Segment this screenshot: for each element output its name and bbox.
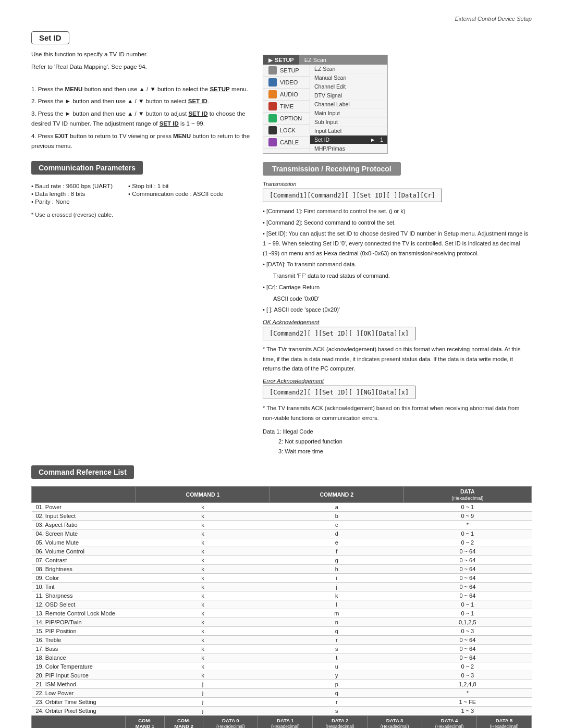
cmd-data: 0 ~ 1 xyxy=(403,600,531,609)
cmd-cmd1: k xyxy=(136,636,270,645)
cmd-name: 05. Volume Mute xyxy=(32,538,136,547)
cmd-table-lower-header: COM-MAND 1 COM-MAND 2 DATA 0(Hexadecimal… xyxy=(32,716,532,728)
cmd-data: 0 ~ 64 xyxy=(403,645,531,653)
cmd-cmd1: k xyxy=(136,609,270,618)
cmd-cmd1: k xyxy=(136,503,270,512)
header-title: External Control Device Setup xyxy=(455,16,532,22)
cmd-cmd1: k xyxy=(136,618,270,627)
page-header: External Control Device Setup xyxy=(31,16,532,22)
setup-icon xyxy=(268,66,277,75)
cmd-name: 10. Tint xyxy=(32,583,136,591)
table-row: 11. Sharpness k k 0 ~ 64 xyxy=(32,591,532,600)
cable-icon xyxy=(268,138,277,146)
time-icon xyxy=(268,102,277,110)
table-row: 17. Bass k s 0 ~ 64 xyxy=(32,645,532,653)
main-right-col: ▶ SETUP EZ Scan SETUP VIDEO xyxy=(263,50,532,456)
setup-tab-setup: ▶ SETUP xyxy=(263,55,299,65)
table-row: 12. OSD Select k l 0 ~ 1 xyxy=(32,600,532,609)
cmd-name: 01. Power xyxy=(32,503,136,512)
set-id-intro: Use this function to specify a TV ID num… xyxy=(31,50,250,152)
lock-icon xyxy=(268,126,277,134)
cmd-cmd1: k xyxy=(136,600,270,609)
lth-cmd1: COM-MAND 1 xyxy=(126,716,165,728)
table-row: 15. PIP Position k q 0 ~ 3 xyxy=(32,627,532,636)
cmd-cmd1: k xyxy=(136,574,270,583)
table-row: 04. Screen Mute k d 0 ~ 1 xyxy=(32,529,532,538)
trans-box: [Command1][Command2][ ][Set ID][ ][Data]… xyxy=(263,189,442,202)
lth-cmd2: COM-MAND 2 xyxy=(164,716,203,728)
cmd-name: 03. Aspect Ratio xyxy=(32,521,136,529)
set-id-intro1: Use this function to specify a TV ID num… xyxy=(31,50,250,60)
comm-param-2: Data length : 8 bits xyxy=(31,191,113,197)
cmd-data: 0 ~ 2 xyxy=(403,538,531,547)
cmd-name: 18. Balance xyxy=(32,653,136,662)
cmd-data: 0 ~ 3 xyxy=(403,671,531,680)
table-row: 09. Color k i 0 ~ 64 xyxy=(32,574,532,583)
lth-d2: DATA 2(Hexadecimal) xyxy=(313,716,368,728)
menu-item-maininput: Main Input xyxy=(310,109,387,118)
audio-icon xyxy=(268,90,277,98)
reverse-cable-note: * Use a crossed (reverse) cable. xyxy=(31,212,250,218)
ok-ack-box: [Command2][ ][Set ID][ ][OK][Data][x] xyxy=(263,327,415,340)
cmd-data: 0 ~ 64 xyxy=(403,591,531,600)
table-row: 14. PIP/POP/Twin k n 0,1,2,5 xyxy=(32,618,532,627)
cmd-name: 22. Low Power xyxy=(32,689,136,698)
table-row: 05. Volume Mute k e 0 ~ 2 xyxy=(32,538,532,547)
trans-label: Transmission xyxy=(263,181,532,187)
cmd-name: 21. ISM Method xyxy=(32,680,136,689)
table-row: 02. Input Select k b 0 ~ 9 xyxy=(32,512,532,521)
cmd-cmd2: n xyxy=(270,618,403,627)
menu-item-inputlabel: Input Label xyxy=(310,127,387,135)
cmd-cmd1: k xyxy=(136,645,270,653)
comm-param-1: Baud rate : 9600 bps (UART) xyxy=(31,183,113,189)
video-icon xyxy=(268,78,277,87)
cmd-data: 0 ~ 1 xyxy=(403,609,531,618)
table-row: 07. Contrast k g 0 ~ 64 xyxy=(32,556,532,565)
menu-item-subinput: Sub Input xyxy=(310,118,387,127)
table-row: 01. Power k a 0 ~ 1 xyxy=(32,503,532,512)
cmd-cmd2: k xyxy=(270,591,403,600)
cmd-cmd2: c xyxy=(270,521,403,529)
menu-item-mhp: MHP/Primas xyxy=(310,144,387,153)
th-data: DATA(Hexadecimal) xyxy=(403,487,531,503)
lth-d1: DATA 1(Hexadecimal) xyxy=(258,716,313,728)
cmd-cmd1: j xyxy=(136,698,270,707)
table-row: 24. Orbiter Pixel Setting j s 1 ~ 3 xyxy=(32,707,532,715)
table-row: 13. Remote Control Lock Mode k m 0 ~ 1 xyxy=(32,609,532,618)
table-row: 22. Low Power j q * xyxy=(32,689,532,698)
cmd-data: 0,1,2,5 xyxy=(403,618,531,627)
cmd-data: 0 ~ 64 xyxy=(403,574,531,583)
sidebar-item-cable: CABLE xyxy=(263,137,310,149)
cmd-cmd1: j xyxy=(136,680,270,689)
comm-params-body: Baud rate : 9600 bps (UART) Data length … xyxy=(31,183,250,206)
setup-img-sidebar: SETUP VIDEO AUDIO TIME xyxy=(263,65,310,153)
table-row: 06. Volume Control k f 0 ~ 64 xyxy=(32,547,532,556)
set-id-step3: 3. Press the ► button and then use ▲ / ▼… xyxy=(31,109,250,129)
transmission-title: Transmission / Receiving Protocol xyxy=(263,162,401,176)
cmd-data: 0 ~ 1 xyxy=(403,503,531,512)
cmd-cmd2: d xyxy=(270,529,403,538)
menu-item-setid: Set ID ► 1 xyxy=(310,135,387,144)
lth-d0: DATA 0(Hexadecimal) xyxy=(203,716,258,728)
cmd-name: 24. Orbiter Pixel Setting xyxy=(32,707,136,715)
lth-d4: DATA 4(Hexadecimal) xyxy=(422,716,477,728)
cmd-data: * xyxy=(403,689,531,698)
cmd-cmd1: j xyxy=(136,689,270,698)
set-id-step1: 1. Press the MENU button and then use ▲ … xyxy=(31,84,250,95)
cmd-cmd2: l xyxy=(270,600,403,609)
cmd-data: * xyxy=(403,521,531,529)
th-cmd1: COMMAND 1 xyxy=(136,487,270,503)
cmd-cmd1: k xyxy=(136,583,270,591)
cmd-cmd2: m xyxy=(270,609,403,618)
cmd-data: 0 ~ 64 xyxy=(403,636,531,645)
data-codes: Data 1: Illegal Code 2: Not supported fu… xyxy=(263,427,532,456)
lth-name xyxy=(32,716,126,728)
set-id-intro2: Refer to 'Real Data Mapping'. See page 9… xyxy=(31,62,250,72)
cmd-data: 1,2,4,8 xyxy=(403,680,531,689)
cmd-ref-title: Command Reference List xyxy=(31,465,134,479)
sidebar-item-lock: LOCK xyxy=(263,125,310,137)
comm-params-section: Communication Parameters Baud rate : 960… xyxy=(31,161,250,218)
main-left-col: Use this function to specify a TV ID num… xyxy=(31,50,250,456)
sidebar-item-time: TIME xyxy=(263,101,310,113)
table-row: 23. Orbiter Time Setting j r 1 ~ FE xyxy=(32,698,532,707)
